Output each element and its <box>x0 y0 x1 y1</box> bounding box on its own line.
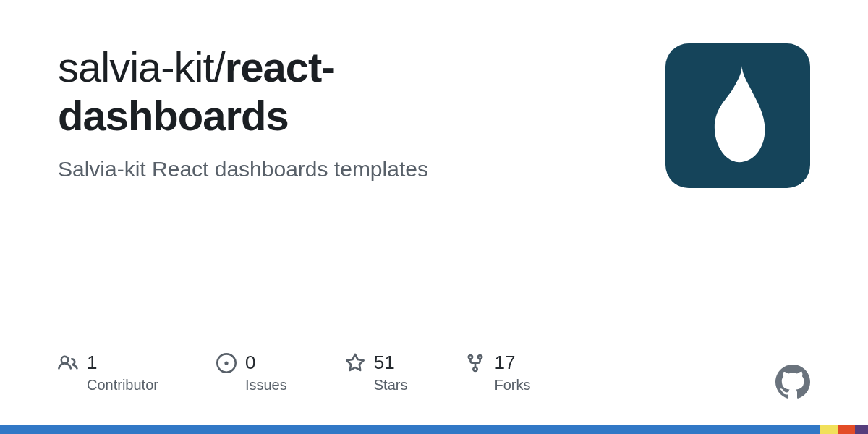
repo-hyphen: - <box>321 43 334 90</box>
stats-row: 1 Contributor 0 Issues 51 Stars <box>58 352 530 393</box>
flame-icon <box>698 61 778 170</box>
repo-owner: salvia-kit <box>58 43 214 90</box>
forks-value: 17 <box>494 352 515 374</box>
repo-description: Salvia-kit React dashboards templates <box>58 157 463 182</box>
header-row: salvia-kit/react-dashboards Salvia-kit R… <box>58 43 810 188</box>
language-color-bar <box>0 425 868 434</box>
lang-css <box>855 425 868 434</box>
lang-html <box>838 425 855 434</box>
title-section: salvia-kit/react-dashboards Salvia-kit R… <box>58 43 463 182</box>
contributors-value: 1 <box>87 352 97 374</box>
repo-name-part2: dashboards <box>58 92 289 139</box>
issue-icon <box>216 353 237 373</box>
forks-label: Forks <box>494 377 530 393</box>
stars-value: 51 <box>374 352 395 374</box>
github-icon <box>775 365 810 399</box>
stat-issues: 0 Issues <box>216 352 287 393</box>
stars-label: Stars <box>374 377 408 393</box>
social-card: salvia-kit/react-dashboards Salvia-kit R… <box>0 0 868 434</box>
issues-label: Issues <box>245 377 287 393</box>
lang-javascript <box>820 425 838 434</box>
issues-value: 0 <box>245 352 255 374</box>
repo-title: salvia-kit/react-dashboards <box>58 43 463 140</box>
lang-typescript <box>0 425 820 434</box>
repo-name-part1: react <box>225 43 322 90</box>
stat-contributors: 1 Contributor <box>58 352 158 393</box>
fork-icon <box>465 353 485 373</box>
stat-forks: 17 Forks <box>465 352 530 393</box>
project-logo <box>665 43 810 188</box>
star-icon <box>345 353 365 373</box>
contributors-label: Contributor <box>87 377 158 393</box>
stat-stars: 51 Stars <box>345 352 408 393</box>
repo-slash: / <box>214 43 225 90</box>
people-icon <box>58 353 78 373</box>
